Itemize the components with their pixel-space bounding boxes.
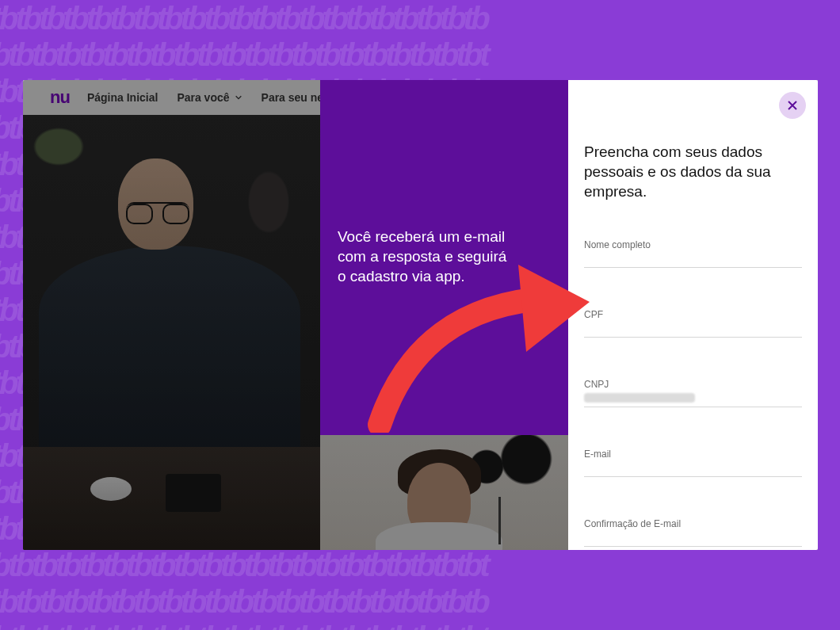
close-button[interactable] bbox=[779, 92, 806, 119]
field-email-confirm: Confirmação de E-mail bbox=[584, 518, 802, 547]
input-name[interactable] bbox=[584, 254, 802, 268]
label-name: Nome completo bbox=[584, 239, 802, 250]
form-title: Preencha com seus dados pessoais e os da… bbox=[584, 142, 802, 201]
close-icon bbox=[787, 100, 798, 111]
input-email-confirm[interactable] bbox=[584, 533, 802, 547]
info-message: Você receberá um e-mail com a resposta e… bbox=[338, 227, 512, 286]
label-cnpj: CNPJ bbox=[584, 379, 802, 390]
modal-info-panel: Você receberá um e-mail com a resposta e… bbox=[320, 80, 570, 435]
signup-form-panel: Preencha com seus dados pessoais e os da… bbox=[568, 80, 818, 550]
label-email-confirm: Confirmação de E-mail bbox=[584, 518, 802, 529]
input-email[interactable] bbox=[584, 463, 802, 477]
field-cnpj: CNPJ bbox=[584, 379, 802, 407]
input-cpf[interactable] bbox=[584, 323, 802, 338]
field-name: Nome completo bbox=[584, 239, 802, 268]
field-email: E-mail bbox=[584, 449, 802, 477]
input-cnpj[interactable] bbox=[584, 393, 802, 407]
screenshot-stage: nu Página Inicial Para você Para seu neg bbox=[23, 80, 818, 550]
label-cpf: CPF bbox=[584, 309, 802, 320]
field-cpf: CPF bbox=[584, 309, 802, 338]
label-email: E-mail bbox=[584, 449, 802, 460]
